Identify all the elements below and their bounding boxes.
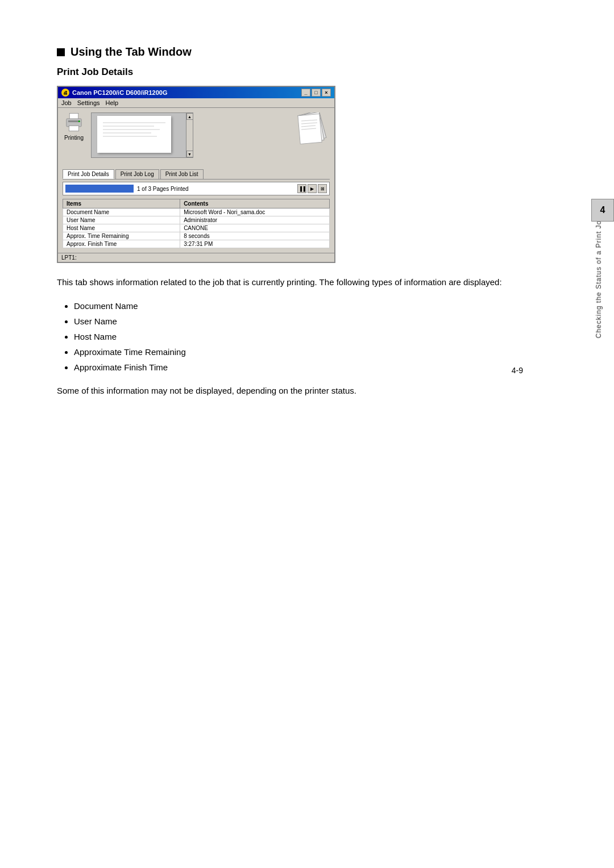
progress-area: 1 of 3 Pages Printed ▐▐ ▶ ⊠ [63,182,330,195]
table-cell-content: 8 seconds [180,232,330,240]
large-printer-icon [284,112,330,164]
print-status-text: Printing [64,135,84,141]
menu-help[interactable]: Help [106,99,119,106]
table-row: Approx. Time Remaining8 seconds [63,232,330,240]
table-row: Document NameMicrosoft Word - Nori_sama.… [63,208,330,216]
play-button[interactable]: ▶ [308,184,317,193]
titlebar-left: 🖨 Canon PC1200/iC D600/iR1200G [61,89,168,97]
preview-scrollbar[interactable]: ▲ ▼ [186,113,193,157]
progress-bar [65,185,134,193]
window-menubar: Job Settings Help [58,98,334,108]
table-cell-item: Document Name [63,208,180,216]
tab-print-job-list[interactable]: Print Job List [160,169,204,179]
table-row: User NameAdministrator [63,216,330,224]
window-icon: 🖨 [61,89,69,97]
list-item: Approximate Time Remaining [74,344,569,360]
tab-print-job-log[interactable]: Print Job Log [115,169,159,179]
list-item: Host Name [74,329,569,344]
stop-button[interactable]: ⊠ [318,184,327,193]
svg-rect-3 [69,126,78,131]
tab-bar: Print Job Details Print Job Log Print Jo… [63,169,330,180]
menu-settings[interactable]: Settings [77,99,100,106]
window-titlebar: 🖨 Canon PC1200/iC D600/iR1200G _ □ × [58,87,334,98]
table-cell-content: Microsoft Word - Nori_sama.doc [180,208,330,216]
col-header-items: Items [63,199,180,208]
progress-buttons: ▐▐ ▶ ⊠ [297,184,327,193]
svg-rect-1 [67,119,81,127]
window-statusbar: LPT1: [58,253,334,262]
paper-lines-icon [97,116,171,153]
printer-area: Printing ▲ [63,112,330,165]
list-item: Approximate Finish Time [74,360,569,375]
screenshot-window: 🖨 Canon PC1200/iC D600/iR1200G _ □ × Job… [57,86,335,263]
svg-point-4 [78,120,80,122]
table-cell-content: CANONE [180,224,330,232]
table-row: Host NameCANONE [63,224,330,232]
printer-icon-area: Printing [63,112,85,141]
section-heading: Using the Tab Window [57,45,569,59]
body-paragraph: This tab shows information related to th… [57,276,569,289]
heading-square-icon [57,48,65,56]
minimize-button[interactable]: _ [301,89,310,97]
table-cell-content: Administrator [180,216,330,224]
pause-button[interactable]: ▐▐ [297,184,306,193]
section-heading-text: Using the Tab Window [70,45,192,59]
print-preview-box: ▲ ▼ [91,112,193,158]
sub-heading: Print Job Details [57,66,569,78]
maximize-button[interactable]: □ [312,89,321,97]
table-cell-item: Approx. Finish Time [63,240,180,248]
bullet-list: Document NameUser NameHost NameApproxima… [74,298,569,375]
page-number: 4-9 [512,366,523,375]
window-controls[interactable]: _ □ × [301,89,331,97]
scroll-up-arrow[interactable]: ▲ [186,113,193,120]
table-cell-item: Approx. Time Remaining [63,232,180,240]
window-title: Canon PC1200/iC D600/iR1200G [72,89,168,96]
printer-icon [63,112,85,132]
tab-print-job-details[interactable]: Print Job Details [63,169,114,179]
list-item: Document Name [74,298,569,314]
body-note: Some of this information may not be disp… [57,384,569,398]
table-cell-item: Host Name [63,224,180,232]
paper-preview [97,116,171,153]
scroll-down-arrow[interactable]: ▼ [186,151,193,157]
window-body: Printing ▲ [58,108,334,253]
details-table: Items Contents Document NameMicrosoft Wo… [63,199,330,248]
table-row: Approx. Finish Time3:27:31 PM [63,240,330,248]
printer-graphic-area [284,112,330,165]
table-cell-content: 3:27:31 PM [180,240,330,248]
menu-job[interactable]: Job [61,99,72,106]
list-item: User Name [74,314,569,329]
table-cell-item: User Name [63,216,180,224]
close-button[interactable]: × [322,89,331,97]
progress-text: 1 of 3 Pages Printed [137,186,294,192]
col-header-contents: Contents [180,199,330,208]
svg-rect-2 [68,120,80,122]
sidebar-label: Checking the Status of a Print Job [595,216,603,338]
chapter-tab: 4 [591,199,614,222]
